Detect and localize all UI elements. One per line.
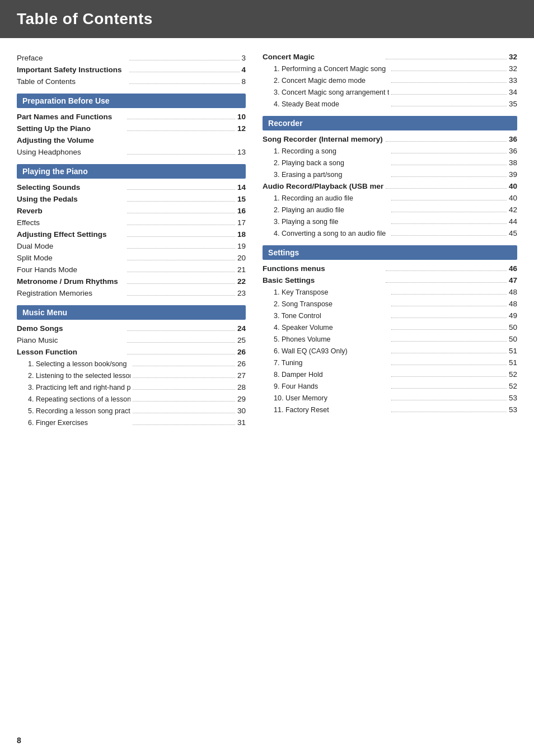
dot-leaders — [391, 400, 507, 400]
dot-leaders — [391, 71, 507, 71]
page-number-ref: 12 — [237, 124, 246, 133]
page-number-ref: 25 — [237, 336, 246, 344]
page-number-ref: 29 — [237, 395, 246, 403]
dot-leaders — [391, 318, 507, 318]
toc-entry[interactable]: 4. Steady Beat mode 35 — [263, 100, 517, 108]
entry-title: Song Recorder (Internal memory) — [263, 135, 383, 143]
entry-title: Split Mode — [17, 254, 125, 262]
toc-entry[interactable]: Preface 3 — [17, 54, 246, 62]
entry-title: 6. Finger Exercises — [28, 419, 130, 427]
toc-entry[interactable]: Setting Up the Piano 12 — [17, 124, 246, 133]
toc-entry[interactable]: Effects 17 — [17, 218, 246, 227]
toc-entry[interactable]: Table of Contents 8 — [17, 77, 246, 86]
toc-entry[interactable]: Dual Mode 19 — [17, 242, 246, 250]
toc-entry[interactable]: Basic Settings 47 — [263, 276, 517, 284]
toc-entry[interactable]: 3. Tone Control 49 — [263, 311, 517, 320]
dot-leaders — [391, 235, 507, 236]
toc-entry[interactable]: 1. Recording an audio file 40 — [263, 194, 517, 202]
toc-entry[interactable]: Demo Songs 24 — [17, 324, 246, 333]
entry-title: Audio Record/Playback (USB memory) — [263, 182, 383, 190]
dot-leaders — [391, 165, 507, 165]
toc-entry[interactable]: Functions menus 46 — [263, 264, 517, 273]
toc-entry[interactable]: Registration Memories 23 — [17, 289, 246, 297]
toc-entry[interactable]: 4. Converting a song to an audio file 45 — [263, 229, 517, 237]
toc-entry[interactable]: Using the Pedals 15 — [17, 195, 246, 203]
dot-leaders — [391, 412, 507, 412]
toc-entry[interactable]: 11. Factory Reset 53 — [263, 405, 517, 414]
section-header: Preparation Before Use — [17, 94, 246, 108]
page-number-ref: 46 — [509, 264, 517, 273]
page-number-ref: 3 — [242, 54, 246, 62]
entry-title: Lesson Function — [17, 348, 125, 356]
toc-entry[interactable]: Metronome / Drum Rhythms 22 — [17, 277, 246, 286]
toc-entry[interactable]: 2. Concert Magic demo mode 33 — [263, 76, 517, 85]
page-number-ref: 44 — [509, 217, 517, 226]
toc-entry[interactable]: Adjusting Effect Settings 18 — [17, 230, 246, 239]
toc-entry[interactable]: 5. Phones Volume 50 — [263, 335, 517, 343]
entry-title: 2. Concert Magic demo mode — [274, 77, 389, 85]
page-number-ref: 15 — [237, 195, 246, 203]
toc-entry[interactable]: Selecting Sounds 14 — [17, 183, 246, 192]
toc-entry[interactable]: 1. Performing a Concert Magic song 32 — [263, 64, 517, 73]
dot-leaders — [127, 213, 235, 213]
toc-entry[interactable]: 2. Listening to the selected lesson song… — [17, 371, 246, 380]
toc-entry[interactable]: 1. Selecting a lesson book/song 26 — [17, 360, 246, 368]
toc-entry[interactable]: Concert Magic 32 — [263, 53, 517, 61]
dot-leaders — [127, 236, 235, 237]
toc-entry[interactable]: 4. Repeating sections of a lesson song 2… — [17, 395, 246, 403]
entry-title: Table of Contents — [17, 77, 127, 86]
entry-title: 1. Recording an audio file — [274, 194, 389, 202]
toc-entry[interactable]: Part Names and Functions 10 — [17, 113, 246, 121]
toc-entry[interactable]: 5. Recording a lesson song practice 30 — [17, 407, 246, 415]
dot-leaders — [127, 260, 235, 260]
dot-leaders — [391, 294, 507, 295]
toc-entry[interactable]: Using Headphones 13 — [17, 148, 246, 156]
toc-entry[interactable]: 3. Practicing left and right-hand parts … — [17, 383, 246, 391]
toc-entry[interactable]: 2. Playing an audio file 42 — [263, 206, 517, 214]
toc-entry[interactable]: Adjusting the Volume — [17, 136, 246, 144]
entry-title: Demo Songs — [17, 324, 125, 333]
entry-title: Important Safety Instructions — [17, 66, 127, 74]
dot-leaders — [391, 341, 507, 342]
page-number-ref: 47 — [509, 276, 517, 284]
toc-entry[interactable]: 10. User Memory 53 — [263, 394, 517, 402]
toc-entry[interactable]: Split Mode 20 — [17, 254, 246, 262]
toc-entry[interactable]: Four Hands Mode 21 — [17, 265, 246, 274]
page-number-ref: 40 — [509, 182, 517, 190]
page-number-ref: 22 — [237, 277, 246, 286]
toc-entry[interactable]: 7. Tuning 51 — [263, 358, 517, 367]
entry-title: Using the Pedals — [17, 195, 125, 203]
toc-entry[interactable]: Important Safety Instructions 4 — [17, 66, 246, 74]
toc-entry[interactable]: 9. Four Hands 52 — [263, 382, 517, 390]
toc-entry[interactable]: 3. Playing a song file 44 — [263, 217, 517, 226]
page-number-ref: 42 — [509, 206, 517, 214]
toc-entry[interactable]: 3. Erasing a part/song 39 — [263, 170, 517, 179]
toc-entry[interactable]: Song Recorder (Internal memory) 36 — [263, 135, 517, 143]
toc-entry[interactable]: 8. Damper Hold 52 — [263, 370, 517, 379]
dot-leaders — [127, 130, 235, 131]
entry-title: 1. Key Transpose — [274, 288, 389, 296]
toc-entry[interactable]: 1. Key Transpose 48 — [263, 288, 517, 296]
dot-leaders — [127, 189, 235, 190]
toc-entry[interactable]: 3. Concert Magic song arrangement types … — [263, 88, 517, 96]
dot-leaders — [386, 282, 507, 283]
toc-entry[interactable]: Lesson Function 26 — [17, 348, 246, 356]
toc-entry[interactable]: 1. Recording a song 36 — [263, 147, 517, 155]
page-number-ref: 52 — [509, 370, 517, 379]
entry-title: 10. User Memory — [274, 394, 389, 402]
toc-entry[interactable]: Piano Music 25 — [17, 336, 246, 344]
page-number-ref: 10 — [237, 113, 246, 121]
page-number-ref: 21 — [237, 265, 246, 274]
toc-entry[interactable]: Audio Record/Playback (USB memory) 40 — [263, 182, 517, 190]
dot-leaders — [127, 154, 235, 155]
toc-entry[interactable]: Reverb 16 — [17, 207, 246, 215]
page-number-ref: 24 — [237, 324, 246, 333]
dot-leaders — [391, 94, 507, 95]
toc-entry[interactable]: 6. Wall EQ (CA93 Only) 51 — [263, 347, 517, 355]
dot-leaders — [127, 342, 235, 343]
toc-entry[interactable]: 6. Finger Exercises 31 — [17, 418, 246, 427]
toc-entry[interactable]: 4. Speaker Volume 50 — [263, 323, 517, 332]
toc-entry[interactable]: 2. Playing back a song 38 — [263, 158, 517, 167]
toc-entry[interactable]: 2. Song Transpose 48 — [263, 300, 517, 308]
entry-title: Adjusting Effect Settings — [17, 230, 125, 239]
